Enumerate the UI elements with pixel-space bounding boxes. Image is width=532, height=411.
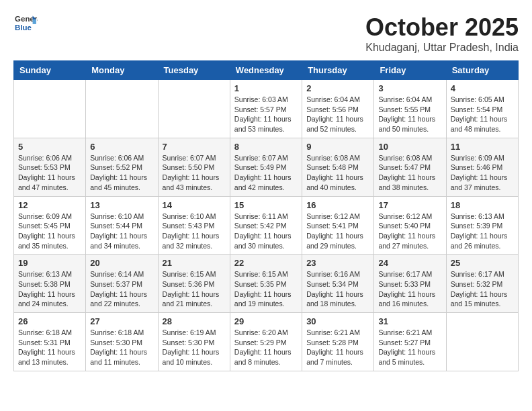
day-number: 2 <box>306 83 369 93</box>
day-info: Sunrise: 6:17 AM Sunset: 5:32 PM Dayligh… <box>451 269 514 309</box>
day-info: Sunrise: 6:16 AM Sunset: 5:34 PM Dayligh… <box>306 269 369 309</box>
calendar-cell: 9Sunrise: 6:08 AM Sunset: 5:48 PM Daylig… <box>302 138 374 196</box>
calendar-body: 1Sunrise: 6:03 AM Sunset: 5:57 PM Daylig… <box>14 80 519 371</box>
logo: General Blue <box>13 13 38 34</box>
day-number: 11 <box>451 142 514 152</box>
day-info: Sunrise: 6:08 AM Sunset: 5:48 PM Dayligh… <box>306 153 369 193</box>
weekday-header-row: SundayMondayTuesdayWednesdayThursdayFrid… <box>14 61 519 80</box>
day-info: Sunrise: 6:05 AM Sunset: 5:54 PM Dayligh… <box>451 95 514 134</box>
day-info: Sunrise: 6:11 AM Sunset: 5:42 PM Dayligh… <box>234 212 298 251</box>
weekday-header-sunday: Sunday <box>14 61 86 80</box>
day-number: 14 <box>163 200 226 210</box>
weekday-header-thursday: Thursday <box>302 61 374 80</box>
day-info: Sunrise: 6:15 AM Sunset: 5:36 PM Dayligh… <box>163 269 226 309</box>
svg-text:Blue: Blue <box>15 24 32 32</box>
calendar-cell: 25Sunrise: 6:17 AM Sunset: 5:32 PM Dayli… <box>446 255 518 313</box>
day-info: Sunrise: 6:09 AM Sunset: 5:46 PM Dayligh… <box>451 153 514 193</box>
day-number: 10 <box>378 142 441 152</box>
calendar-cell: 17Sunrise: 6:12 AM Sunset: 5:40 PM Dayli… <box>374 196 446 255</box>
calendar-week-2: 5Sunrise: 6:06 AM Sunset: 5:53 PM Daylig… <box>14 138 519 196</box>
day-info: Sunrise: 6:04 AM Sunset: 5:56 PM Dayligh… <box>306 95 369 134</box>
day-number: 29 <box>234 316 298 326</box>
day-number: 6 <box>90 142 153 152</box>
calendar-week-3: 12Sunrise: 6:09 AM Sunset: 5:45 PM Dayli… <box>14 196 519 255</box>
day-info: Sunrise: 6:21 AM Sunset: 5:28 PM Dayligh… <box>306 328 369 367</box>
svg-marker-3 <box>33 19 36 24</box>
calendar-cell: 23Sunrise: 6:16 AM Sunset: 5:34 PM Dayli… <box>302 255 374 313</box>
calendar-week-4: 19Sunrise: 6:13 AM Sunset: 5:38 PM Dayli… <box>14 255 519 313</box>
day-info: Sunrise: 6:10 AM Sunset: 5:44 PM Dayligh… <box>90 212 153 251</box>
day-info: Sunrise: 6:08 AM Sunset: 5:47 PM Dayligh… <box>378 153 441 193</box>
day-info: Sunrise: 6:06 AM Sunset: 5:52 PM Dayligh… <box>90 153 153 193</box>
day-number: 27 <box>90 316 153 326</box>
day-info: Sunrise: 6:06 AM Sunset: 5:53 PM Dayligh… <box>18 153 81 193</box>
calendar-cell <box>158 80 230 138</box>
day-number: 21 <box>163 258 226 268</box>
calendar-cell: 5Sunrise: 6:06 AM Sunset: 5:53 PM Daylig… <box>14 138 86 196</box>
day-number: 28 <box>163 316 226 326</box>
calendar-cell: 26Sunrise: 6:18 AM Sunset: 5:31 PM Dayli… <box>14 313 86 371</box>
day-number: 23 <box>306 258 369 268</box>
calendar-cell: 7Sunrise: 6:07 AM Sunset: 5:50 PM Daylig… <box>158 138 230 196</box>
day-number: 30 <box>306 316 369 326</box>
day-number: 8 <box>234 142 298 152</box>
calendar-cell <box>14 80 86 138</box>
day-info: Sunrise: 6:17 AM Sunset: 5:33 PM Dayligh… <box>378 269 441 309</box>
calendar-cell: 14Sunrise: 6:10 AM Sunset: 5:43 PM Dayli… <box>158 196 230 255</box>
calendar-cell: 16Sunrise: 6:12 AM Sunset: 5:41 PM Dayli… <box>302 196 374 255</box>
calendar-cell: 24Sunrise: 6:17 AM Sunset: 5:33 PM Dayli… <box>374 255 446 313</box>
day-number: 7 <box>163 142 226 152</box>
calendar-cell: 27Sunrise: 6:18 AM Sunset: 5:30 PM Dayli… <box>86 313 158 371</box>
day-number: 19 <box>18 258 81 268</box>
day-info: Sunrise: 6:21 AM Sunset: 5:27 PM Dayligh… <box>378 328 441 367</box>
calendar-cell: 21Sunrise: 6:15 AM Sunset: 5:36 PM Dayli… <box>158 255 230 313</box>
month-title: October 2025 <box>365 13 519 42</box>
calendar-cell <box>86 80 158 138</box>
day-number: 17 <box>378 200 441 210</box>
day-number: 18 <box>451 200 514 210</box>
day-info: Sunrise: 6:15 AM Sunset: 5:35 PM Dayligh… <box>234 269 298 309</box>
day-info: Sunrise: 6:10 AM Sunset: 5:43 PM Dayligh… <box>163 212 226 251</box>
day-info: Sunrise: 6:09 AM Sunset: 5:45 PM Dayligh… <box>18 212 81 251</box>
title-area: October 2025 Khudaganj, Uttar Pradesh, I… <box>365 13 519 54</box>
day-number: 13 <box>90 200 153 210</box>
calendar-week-5: 26Sunrise: 6:18 AM Sunset: 5:31 PM Dayli… <box>14 313 519 371</box>
day-info: Sunrise: 6:03 AM Sunset: 5:57 PM Dayligh… <box>234 95 298 134</box>
calendar-cell: 19Sunrise: 6:13 AM Sunset: 5:38 PM Dayli… <box>14 255 86 313</box>
calendar-cell <box>446 313 518 371</box>
day-info: Sunrise: 6:18 AM Sunset: 5:30 PM Dayligh… <box>90 328 153 367</box>
calendar-cell: 3Sunrise: 6:04 AM Sunset: 5:55 PM Daylig… <box>374 80 446 138</box>
day-info: Sunrise: 6:04 AM Sunset: 5:55 PM Dayligh… <box>378 95 441 134</box>
location-title: Khudaganj, Uttar Pradesh, India <box>365 42 519 54</box>
day-number: 20 <box>90 258 153 268</box>
day-number: 26 <box>18 316 81 326</box>
day-number: 12 <box>18 200 81 210</box>
calendar-cell: 1Sunrise: 6:03 AM Sunset: 5:57 PM Daylig… <box>230 80 302 138</box>
day-info: Sunrise: 6:14 AM Sunset: 5:37 PM Dayligh… <box>90 269 153 309</box>
calendar-cell: 29Sunrise: 6:20 AM Sunset: 5:29 PM Dayli… <box>230 313 302 371</box>
day-number: 9 <box>306 142 369 152</box>
day-info: Sunrise: 6:12 AM Sunset: 5:40 PM Dayligh… <box>378 212 441 251</box>
header: General Blue October 2025 Khudaganj, Utt… <box>13 13 519 54</box>
weekday-header-wednesday: Wednesday <box>230 61 302 80</box>
logo-icon: General Blue <box>13 13 38 34</box>
calendar-cell: 8Sunrise: 6:07 AM Sunset: 5:49 PM Daylig… <box>230 138 302 196</box>
weekday-header-monday: Monday <box>86 61 158 80</box>
calendar-cell: 6Sunrise: 6:06 AM Sunset: 5:52 PM Daylig… <box>86 138 158 196</box>
day-info: Sunrise: 6:07 AM Sunset: 5:50 PM Dayligh… <box>163 153 226 193</box>
calendar-cell: 20Sunrise: 6:14 AM Sunset: 5:37 PM Dayli… <box>86 255 158 313</box>
day-number: 5 <box>18 142 81 152</box>
day-number: 22 <box>234 258 298 268</box>
day-number: 15 <box>234 200 298 210</box>
calendar-cell: 28Sunrise: 6:19 AM Sunset: 5:30 PM Dayli… <box>158 313 230 371</box>
day-number: 24 <box>378 258 441 268</box>
day-number: 16 <box>306 200 369 210</box>
calendar-cell: 12Sunrise: 6:09 AM Sunset: 5:45 PM Dayli… <box>14 196 86 255</box>
day-number: 1 <box>234 83 298 93</box>
calendar-cell: 4Sunrise: 6:05 AM Sunset: 5:54 PM Daylig… <box>446 80 518 138</box>
day-info: Sunrise: 6:12 AM Sunset: 5:41 PM Dayligh… <box>306 212 369 251</box>
day-number: 25 <box>451 258 514 268</box>
calendar-cell: 10Sunrise: 6:08 AM Sunset: 5:47 PM Dayli… <box>374 138 446 196</box>
weekday-header-saturday: Saturday <box>446 61 518 80</box>
calendar-table: SundayMondayTuesdayWednesdayThursdayFrid… <box>13 60 519 371</box>
